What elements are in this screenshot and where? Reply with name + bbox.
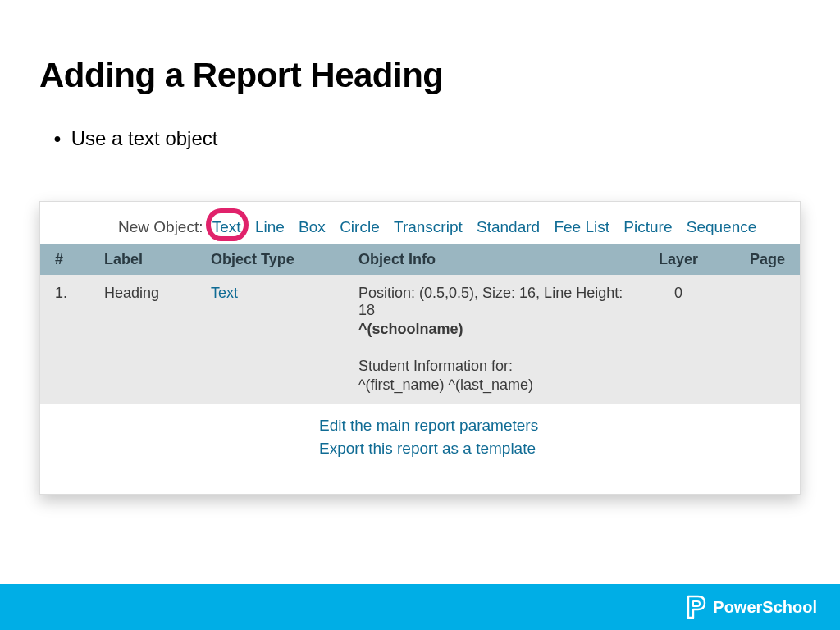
cell-info: Position: (0.5,0.5), Size: 16, Line Heig…	[350, 275, 637, 404]
export-report-template-link[interactable]: Export this report as a template	[319, 440, 792, 458]
object-type-fee-list[interactable]: Fee List	[554, 218, 609, 235]
bullet-text: Use a text object	[71, 127, 218, 149]
info-static-text: Student Information for:	[358, 358, 629, 375]
col-header-page: Page	[719, 244, 800, 275]
col-header-layer: Layer	[637, 244, 719, 275]
cell-type: Text	[203, 275, 350, 404]
info-position: Position: (0.5,0.5), Size: 16, Line Heig…	[358, 285, 629, 319]
brand-text: PowerSchool	[713, 598, 817, 617]
bullet-item: • Use a text object	[49, 127, 217, 150]
object-type-standard[interactable]: Standard	[477, 218, 540, 235]
object-type-box[interactable]: Box	[299, 218, 326, 235]
object-type-sequence[interactable]: Sequence	[687, 218, 757, 235]
cell-num: 1.	[40, 275, 96, 404]
slide-title: Adding a Report Heading	[39, 56, 444, 95]
cell-label: Heading	[96, 275, 203, 404]
new-object-toolbar: New Object: Text Line Box Circle Transcr…	[40, 202, 800, 244]
col-header-info: Object Info	[350, 244, 637, 275]
powerschool-logo-icon	[685, 595, 706, 619]
object-type-text[interactable]: Text	[212, 218, 245, 235]
edit-report-parameters-link[interactable]: Edit the main report parameters	[319, 417, 792, 435]
object-type-picture[interactable]: Picture	[623, 218, 672, 235]
info-template-name: ^(first_name) ^(last_name)	[358, 377, 629, 394]
col-header-type: Object Type	[203, 244, 350, 275]
cell-page	[719, 275, 800, 404]
brand: PowerSchool	[685, 595, 817, 619]
new-object-label: New Object:	[118, 218, 203, 235]
objects-table: # Label Object Type Object Info Layer Pa…	[40, 244, 800, 404]
object-type-link[interactable]: Text	[211, 285, 238, 301]
table-row: 1. Heading Text Position: (0.5,0.5), Siz…	[40, 275, 800, 404]
footer-bar: PowerSchool	[0, 584, 840, 630]
table-header-row: # Label Object Type Object Info Layer Pa…	[40, 244, 800, 275]
cell-layer: 0	[637, 275, 719, 404]
object-type-line[interactable]: Line	[255, 218, 285, 235]
screenshot-panel: New Object: Text Line Box Circle Transcr…	[39, 201, 801, 495]
action-links: Edit the main report parameters Export t…	[40, 404, 800, 471]
object-type-transcript[interactable]: Transcript	[394, 218, 463, 235]
col-header-num: #	[40, 244, 96, 275]
object-type-circle[interactable]: Circle	[340, 218, 380, 235]
info-template-schoolname: ^(schoolname)	[358, 321, 629, 338]
col-header-label: Label	[96, 244, 203, 275]
bullet-dot: •	[49, 127, 66, 150]
